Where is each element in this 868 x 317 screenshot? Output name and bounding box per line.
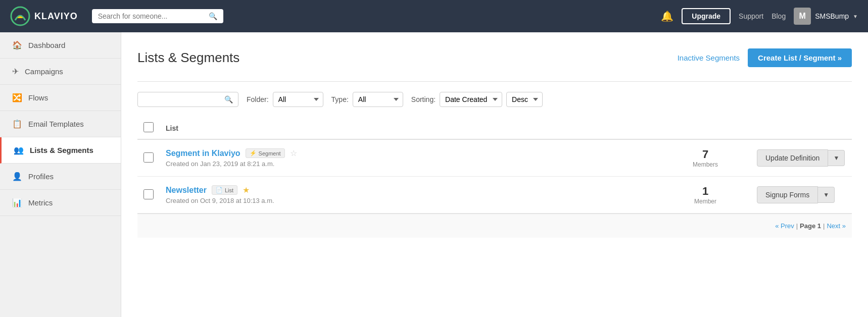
row-checkbox-1[interactable] [143, 152, 154, 163]
create-list-segment-button[interactable]: Create List / Segment » [748, 48, 852, 67]
folder-filter-group: Folder: All [247, 92, 323, 107]
profiles-icon: 👤 [12, 172, 22, 181]
email-templates-icon: 📋 [12, 119, 22, 129]
blog-link[interactable]: Blog [771, 12, 786, 20]
action-dropdown-button-2[interactable]: ▼ [818, 187, 835, 203]
sorting-label: Sorting: [411, 95, 436, 103]
lists-segments-icon: 👥 [14, 145, 24, 155]
badge-lightning-icon: ⚡ [250, 150, 257, 156]
filter-bar: 🔍 Folder: All Type: All Sorting: Date Cr… [137, 81, 852, 115]
list-info-cell-1: Segment in Klaviyo ⚡ Segment ☆ Created o… [160, 139, 660, 177]
page-title: Lists & Segments [137, 50, 239, 66]
segment-badge-1: ⚡ Segment [246, 148, 285, 158]
table-row: Newsletter 📄 List ★ Created on Oct 9, 20… [137, 177, 852, 214]
table-row: Segment in Klaviyo ⚡ Segment ☆ Created o… [137, 139, 852, 177]
sidebar-item-profiles[interactable]: 👤 Profiles [0, 164, 121, 190]
search-icon: 🔍 [224, 95, 233, 103]
sidebar-item-metrics[interactable]: 📊 Metrics [0, 190, 121, 216]
user-menu[interactable]: M SMSBump ▼ [794, 8, 858, 25]
update-definition-button[interactable]: Update Definition [757, 149, 828, 167]
type-filter-group: Type: All [331, 92, 403, 107]
klaviyo-logo-icon [10, 6, 30, 26]
members-cell-2: 1 Member [660, 177, 751, 214]
created-date-1: Created on Jan 23, 2019 at 8:21 a.m. [166, 160, 654, 168]
global-search-input[interactable] [98, 12, 205, 20]
sort-by-select[interactable]: Date Created [440, 92, 502, 107]
sidebar-item-label: Email Templates [28, 120, 84, 128]
home-icon: 🏠 [12, 40, 22, 50]
sidebar-item-label: Metrics [28, 198, 53, 207]
metrics-icon: 📊 [12, 198, 22, 207]
star-icon-1[interactable]: ☆ [290, 148, 297, 158]
action-cell-1: Update Definition ▼ [751, 139, 852, 177]
list-name-link-1[interactable]: Segment in Klaviyo [166, 149, 240, 158]
lists-table: List Segment in Klaviyo ⚡ Segment [137, 117, 852, 214]
table-header-list: List [160, 117, 660, 139]
list-info-cell-2: Newsletter 📄 List ★ Created on Oct 9, 20… [160, 177, 660, 214]
badge-doc-icon: 📄 [216, 187, 223, 193]
pagination-separator: | [796, 222, 798, 230]
sidebar: 🏠 Dashboard ✈ Campaigns 🔀 Flows 📋 Email … [0, 32, 121, 317]
notification-bell-icon[interactable]: 🔔 [661, 10, 673, 22]
row-checkbox-2[interactable] [143, 189, 154, 199]
signup-forms-button[interactable]: Signup Forms [757, 186, 818, 203]
sort-order-select[interactable]: Desc Asc [506, 92, 543, 107]
top-navigation: KLAVIYO 🔍 🔔 Upgrade Support Blog M SMSBu… [0, 0, 868, 32]
action-dropdown-button-1[interactable]: ▼ [828, 150, 845, 166]
logo-text: KLAVIYO [34, 11, 78, 22]
members-label-1: Members [666, 161, 745, 168]
members-cell-1: 7 Members [660, 139, 751, 177]
avatar: M [794, 8, 811, 25]
next-page-link[interactable]: Next » [827, 222, 846, 230]
created-date-2: Created on Oct 9, 2018 at 10:13 a.m. [166, 197, 654, 204]
members-label-2: Member [666, 198, 745, 205]
list-name-link-2[interactable]: Newsletter [166, 186, 207, 195]
badge-type-label-1: Segment [259, 150, 281, 156]
search-icon: 🔍 [209, 12, 217, 20]
current-page-label: Page 1 [800, 222, 821, 230]
list-badge-2: 📄 List [212, 185, 237, 195]
action-cell-2: Signup Forms ▼ [751, 177, 852, 214]
chevron-down-icon: ▼ [853, 14, 858, 19]
members-count-1: 7 [666, 148, 745, 161]
sidebar-item-label: Lists & Segments [30, 146, 93, 154]
support-link[interactable]: Support [739, 12, 763, 20]
pagination-separator-2: | [823, 222, 825, 230]
sidebar-item-campaigns[interactable]: ✈ Campaigns [0, 59, 121, 85]
inactive-segments-button[interactable]: Inactive Segments [678, 54, 740, 62]
sidebar-item-lists-segments[interactable]: 👥 Lists & Segments [0, 137, 121, 164]
type-label: Type: [331, 95, 349, 103]
members-count-2: 1 [666, 185, 745, 198]
pagination-bar: « Prev | Page 1 | Next » [137, 214, 852, 238]
badge-type-label-2: List [225, 187, 233, 193]
page-header: Lists & Segments Inactive Segments Creat… [137, 48, 852, 67]
list-search-input[interactable] [143, 95, 224, 103]
logo-area[interactable]: KLAVIYO [10, 6, 78, 26]
sidebar-item-dashboard[interactable]: 🏠 Dashboard [0, 32, 121, 59]
flows-icon: 🔀 [12, 93, 22, 102]
upgrade-button[interactable]: Upgrade [682, 8, 731, 24]
user-name: SMSBump [815, 12, 849, 20]
list-search-box[interactable]: 🔍 [137, 92, 238, 107]
sidebar-item-flows[interactable]: 🔀 Flows [0, 85, 121, 111]
main-content: Lists & Segments Inactive Segments Creat… [121, 32, 868, 317]
folder-label: Folder: [247, 95, 269, 103]
global-search-bar[interactable]: 🔍 [92, 9, 223, 23]
sorting-filter-group: Sorting: Date Created Desc Asc [411, 92, 543, 107]
sidebar-item-email-templates[interactable]: 📋 Email Templates [0, 111, 121, 137]
sidebar-item-label: Profiles [28, 172, 54, 181]
prev-page-link[interactable]: « Prev [775, 222, 794, 230]
sidebar-item-label: Campaigns [25, 67, 63, 76]
star-icon-2[interactable]: ★ [243, 185, 250, 195]
table-header-row: List [137, 117, 852, 139]
select-all-checkbox[interactable] [143, 122, 154, 132]
campaigns-icon: ✈ [12, 67, 19, 76]
header-actions: Inactive Segments Create List / Segment … [678, 48, 852, 67]
type-select[interactable]: All [353, 92, 403, 107]
sidebar-item-label: Flows [28, 93, 48, 102]
folder-select[interactable]: All [273, 92, 323, 107]
sidebar-item-label: Dashboard [28, 41, 65, 49]
